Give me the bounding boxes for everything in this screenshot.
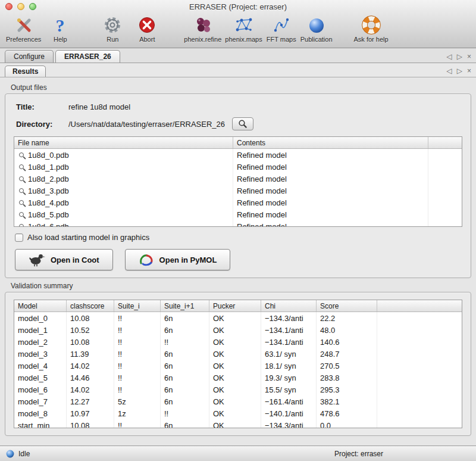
browse-directory-button[interactable] (232, 117, 253, 130)
toolbar-publication-button[interactable]: Publication (300, 15, 333, 43)
results-next-arrow[interactable]: ▷ (457, 67, 462, 74)
toolbar-run-button[interactable]: Run (97, 15, 128, 43)
file-contents-cell: Refined model (233, 173, 428, 185)
file-row[interactable]: 1u8d_1.pdbRefined model (14, 161, 462, 173)
close-button[interactable] (5, 3, 12, 10)
toolbar-help-button[interactable]: ? Help (45, 15, 76, 43)
validation-cell: 6n (161, 348, 209, 360)
toolbar-abort-button[interactable]: Abort (131, 15, 162, 43)
validation-cell: !! (114, 348, 161, 360)
load-starting-model-label: Also load starting model in graphics (27, 233, 149, 242)
file-table-header-contents[interactable]: Contents (233, 137, 428, 148)
pymol-ribbon-icon (139, 253, 154, 267)
validation-cell: 10.52 (67, 324, 114, 336)
validation-summary-group: Model clashscore Suite_i Suite_i+1 Pucke… (5, 292, 471, 436)
status-text: Idle (18, 450, 30, 458)
validation-summary-group-label: Validation summary (11, 282, 470, 290)
file-row[interactable]: 1u8d_6.pdbRefined model (14, 220, 462, 226)
validation-cell: 478.6 (317, 407, 377, 419)
file-contents-cell: Refined model (233, 220, 428, 226)
validation-cell: model_7 (14, 395, 67, 407)
validation-table: Model clashscore Suite_i Suite_i+1 Pucke… (14, 300, 462, 428)
validation-row[interactable]: model_514.46!!6nOK19.3/ syn283.8 (14, 372, 462, 384)
validation-row[interactable]: model_614.02!!6nOK15.5/ syn295.3 (14, 384, 462, 395)
validation-header-score[interactable]: Score (317, 300, 377, 312)
file-table-header-filename[interactable]: File name (14, 137, 233, 148)
file-table-header-spacer (428, 137, 462, 148)
traffic-lights (0, 3, 43, 10)
output-files-table: File name Contents 1u8d_0.pdbRefined mod… (14, 136, 462, 227)
results-panel: Output files Title: refine 1u8d model Di… (0, 77, 476, 446)
tab-results[interactable]: Results (5, 66, 46, 77)
validation-cell: 6n (161, 384, 209, 395)
minimize-button[interactable] (17, 3, 24, 10)
validation-row[interactable]: start_min10.08!!6nOK−134.3/anti0.0 (14, 419, 462, 428)
validation-header-pucker[interactable]: Pucker (209, 300, 261, 312)
file-contents-cell: Refined model (233, 197, 428, 208)
tab-prev-arrow[interactable]: ◁ (447, 53, 452, 60)
results-prev-arrow[interactable]: ◁ (447, 67, 452, 74)
magnifier-icon (19, 176, 24, 181)
tab-configure[interactable]: Configure (5, 50, 54, 63)
file-row[interactable]: 1u8d_4.pdbRefined model (14, 197, 462, 208)
toolbar-preferences-button[interactable]: Preferences (6, 15, 41, 43)
validation-header-suite-i1[interactable]: Suite_i+1 (161, 300, 209, 312)
validation-cell: start_min (14, 419, 67, 428)
spacer-cell (428, 197, 462, 208)
tab-next-arrow[interactable]: ▷ (457, 53, 462, 60)
validation-cell: 6n (161, 419, 209, 428)
toolbar-fft-maps-button[interactable]: FFT maps (266, 15, 297, 43)
spacer-cell (428, 208, 462, 220)
file-row[interactable]: 1u8d_5.pdbRefined model (14, 208, 462, 220)
open-in-pymol-button[interactable]: Open in PyMOL (125, 249, 231, 270)
validation-row[interactable]: model_110.52!!6nOK−134.1/anti48.0 (14, 324, 462, 336)
spacer-cell (377, 360, 462, 372)
validation-cell: 22.2 (317, 312, 377, 324)
file-row[interactable]: 1u8d_3.pdbRefined model (14, 185, 462, 197)
title-label: Title: (16, 102, 68, 111)
toolbar-phenix-maps-button[interactable]: phenix.maps (225, 15, 262, 43)
validation-header-model[interactable]: Model (14, 300, 67, 312)
load-starting-model-checkbox[interactable] (15, 233, 23, 242)
file-contents-cell: Refined model (233, 149, 428, 161)
validation-cell: model_1 (14, 324, 67, 336)
zoom-button[interactable] (29, 3, 36, 10)
validation-row[interactable]: model_010.08!!6nOK−134.3/anti22.2 (14, 312, 462, 324)
validation-cell: !! (114, 312, 161, 324)
validation-row[interactable]: model_311.39!!6nOK63.1/ syn248.7 (14, 348, 462, 360)
validation-header-clashscore[interactable]: clashscore (67, 300, 114, 312)
validation-cell: 19.3/ syn (261, 372, 317, 384)
magnifier-icon (238, 119, 248, 129)
file-name-cell: 1u8d_6.pdb (14, 220, 233, 226)
validation-cell: 18.1/ syn (261, 360, 317, 372)
title-bar[interactable]: ERRASER (Project: erraser) (0, 0, 476, 13)
validation-cell: model_8 (14, 407, 67, 419)
title-value: refine 1u8d model (68, 102, 130, 111)
file-row[interactable]: 1u8d_0.pdbRefined model (14, 149, 462, 161)
fft-maps-wave-icon (271, 15, 292, 35)
validation-row[interactable]: model_210.08!!!!OK−134.1/anti140.6 (14, 336, 462, 348)
validation-row[interactable]: model_810.971z!!OK−140.1/anti478.6 (14, 407, 462, 419)
file-row[interactable]: 1u8d_2.pdbRefined model (14, 173, 462, 185)
tab-close-button[interactable]: × (467, 53, 471, 60)
open-in-coot-button[interactable]: Open in Coot (15, 249, 113, 270)
spacer-cell (377, 372, 462, 384)
validation-row[interactable]: model_414.02!!6nOK18.1/ syn270.5 (14, 360, 462, 372)
validation-header-suite-i[interactable]: Suite_i (114, 300, 161, 312)
validation-row[interactable]: model_712.275z6nOK−161.4/anti382.1 (14, 395, 462, 407)
toolbar-label: phenix.refine (184, 36, 221, 43)
validation-header-chi[interactable]: Chi (261, 300, 317, 312)
status-sphere-icon (6, 450, 14, 458)
validation-cell: 270.5 (317, 360, 377, 372)
results-close-button[interactable]: × (467, 67, 471, 74)
phenix-refine-spheres-icon (193, 15, 213, 35)
spacer-cell (428, 161, 462, 173)
validation-cell: 140.6 (317, 336, 377, 348)
file-name-cell: 1u8d_3.pdb (14, 185, 233, 197)
preferences-tools-icon (14, 15, 34, 35)
toolbar-phenix-refine-button[interactable]: phenix.refine (184, 15, 221, 43)
open-buttons-row: Open in Coot Open in PyMOL (15, 249, 461, 270)
tab-erraser-26[interactable]: ERRASER_26 (55, 50, 120, 63)
validation-cell: !! (114, 360, 161, 372)
toolbar-ask-for-help-button[interactable]: Ask for help (354, 15, 389, 43)
